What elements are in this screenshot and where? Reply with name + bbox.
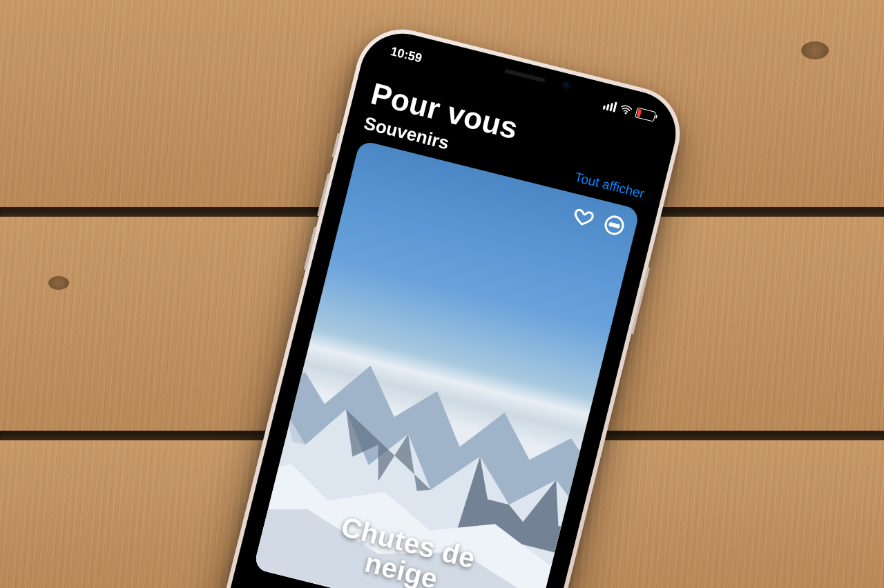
cellular-icon [603,99,617,112]
svg-point-3 [616,224,619,227]
ellipsis-circle-icon [602,213,626,237]
status-time: 10:59 [390,43,424,66]
wood-knot [48,276,69,290]
front-camera [561,80,571,90]
wood-knot [801,41,829,59]
wifi-icon [619,102,634,117]
card-actions [569,204,628,239]
favorite-button[interactable] [569,204,597,232]
svg-point-1 [610,223,613,226]
svg-point-2 [613,224,615,226]
more-button[interactable] [600,211,628,239]
heart-icon [571,205,596,230]
earpiece [504,68,546,82]
battery-icon [635,107,656,121]
photo-scene: 10:59 Pour vous Souvenirs Tout afficher [0,0,884,588]
